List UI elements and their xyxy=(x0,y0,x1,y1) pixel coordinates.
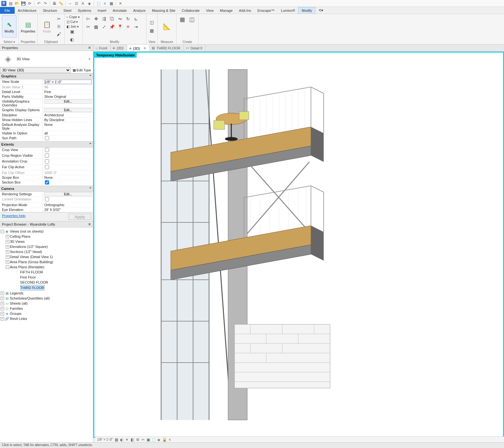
vcb-prev-icon[interactable]: < xyxy=(169,437,171,442)
properties-close-icon[interactable]: ✕ xyxy=(88,46,91,50)
menu-addins[interactable]: Add-Ins xyxy=(236,7,254,14)
app-logo[interactable]: R xyxy=(1,1,6,6)
prop-value[interactable]: None xyxy=(44,123,53,126)
vcb-constraint-icon[interactable]: 🔒 xyxy=(162,437,167,442)
qat-measure-icon[interactable]: 📏 xyxy=(59,1,63,6)
properties-help-link[interactable]: Properties help xyxy=(2,214,25,220)
qat-switch-icon[interactable]: ▦ xyxy=(109,1,113,6)
tree-node[interactable]: + 🔗 Revit Links xyxy=(1,316,92,321)
prop-checkbox[interactable] xyxy=(45,148,49,152)
matchtype-icon[interactable]: 🖌 xyxy=(55,31,62,38)
menu-manage[interactable]: Manage xyxy=(217,7,236,14)
prop-value[interactable]: 1/8" = 1'-0" xyxy=(44,80,92,84)
menu-systems[interactable]: Systems xyxy=(75,7,94,14)
unpin-icon[interactable]: 📍 xyxy=(117,23,124,30)
tree-toggle-icon[interactable]: + xyxy=(6,250,9,254)
prop-edit-button[interactable]: Edit... xyxy=(44,108,92,112)
qat-print-icon[interactable]: 🖶 xyxy=(52,1,57,6)
join-button[interactable]: ◧Join ▾ xyxy=(67,25,81,28)
menu-massing[interactable]: Massing & Site xyxy=(149,7,178,14)
menu-enscape[interactable]: Enscape™ xyxy=(254,7,278,14)
prop-group-header[interactable]: Graphics⌃ xyxy=(0,73,93,79)
scale-icon[interactable]: ⤢ xyxy=(101,23,108,30)
prop-edit-button[interactable]: Edit... xyxy=(44,192,92,196)
vcb-style-icon[interactable]: ◐ xyxy=(120,437,123,442)
mirror-icon[interactable]: ⇋ xyxy=(117,15,124,22)
prop-checkbox[interactable] xyxy=(45,165,49,169)
qat-sync-icon[interactable]: ⟳ xyxy=(27,1,32,6)
vcb-reveal-icon[interactable]: ◈ xyxy=(157,437,160,442)
tree-node[interactable]: + Sections (1/2" Head) xyxy=(1,249,92,254)
tree-node[interactable]: + ◫ Families xyxy=(1,306,92,311)
trim-icon[interactable]: ⊾ xyxy=(133,15,140,22)
view-tab[interactable]: ▭Detail 0 xyxy=(184,45,206,51)
menu-collaborate[interactable]: Collaborate xyxy=(178,7,203,14)
vcb-shadow-icon[interactable]: ◧ xyxy=(131,437,134,442)
align-icon[interactable]: ⊨ xyxy=(85,15,92,22)
menu-view[interactable]: View xyxy=(203,7,217,14)
instance-select[interactable]: 3D View: {3D} xyxy=(0,67,71,73)
menu-file[interactable]: File xyxy=(0,7,15,14)
view-tab[interactable]: ⌂Front xyxy=(93,45,111,51)
cope-button[interactable]: ⌐Cope ▾ xyxy=(67,15,81,19)
tree-toggle-icon[interactable]: − xyxy=(6,265,9,269)
properties-button[interactable]: ▤ Properties xyxy=(21,15,35,38)
override-icon[interactable]: ▦ xyxy=(148,27,155,34)
copy-icon[interactable]: ⎘ xyxy=(55,23,62,30)
tree-node[interactable]: SECOND FLOOR xyxy=(1,280,92,285)
qat-save-icon[interactable]: 💾 xyxy=(21,1,25,6)
prop-checkbox[interactable] xyxy=(45,154,49,158)
prop-value[interactable]: None xyxy=(44,176,53,179)
prop-edit-button[interactable]: Edit... xyxy=(44,99,92,104)
edit-type-button[interactable]: ▦Edit Type xyxy=(71,68,93,73)
tree-node[interactable]: + ▤ Schedules/Quantities (all) xyxy=(1,296,92,301)
view-tab[interactable]: ◈{3D}✕ xyxy=(127,45,150,51)
array-icon[interactable]: ▦ xyxy=(93,23,100,30)
tree-toggle-icon[interactable]: + xyxy=(1,292,4,295)
qat-align-icon[interactable]: ⊡ xyxy=(74,1,79,6)
menu-architecture[interactable]: Architecture xyxy=(15,7,40,14)
qat-dimension-icon[interactable]: ↔ xyxy=(68,1,72,6)
tree-toggle-icon[interactable]: + xyxy=(1,312,4,315)
extend-icon[interactable]: ⇥ xyxy=(133,23,140,30)
prop-value[interactable]: 28' 9 3/32" xyxy=(44,208,61,212)
menu-structure[interactable]: Structure xyxy=(40,7,60,14)
tree-toggle-icon[interactable]: + xyxy=(6,260,9,264)
tree-node[interactable]: − ◉ Views (not on sheets) xyxy=(1,229,92,234)
qat-text-icon[interactable]: A xyxy=(81,1,85,6)
prop-value[interactable]: Architectural xyxy=(44,113,64,117)
tree-node[interactable]: THIRD FLOOR xyxy=(1,285,92,291)
split-face-icon[interactable]: ◐ xyxy=(68,36,76,43)
vcb-crop-icon[interactable]: ✂ xyxy=(141,437,145,442)
menu-lumion[interactable]: Lumion® xyxy=(278,7,298,14)
qat-closehidden-icon[interactable]: ✕ xyxy=(118,1,123,6)
copy-mod-icon[interactable]: ⿻ xyxy=(109,15,116,22)
tree-toggle-icon[interactable]: + xyxy=(1,317,4,321)
tree-node[interactable]: + ◈ Groups xyxy=(1,311,92,316)
prop-group-header[interactable]: Extents⌃ xyxy=(0,141,93,148)
tree-toggle-icon[interactable]: + xyxy=(1,307,4,310)
wall-opening-icon[interactable]: ▣ xyxy=(68,28,76,35)
cut-icon[interactable]: ✂ xyxy=(55,15,62,22)
tree-node[interactable]: + Ceiling Plans xyxy=(1,234,92,239)
measure-button[interactable]: 📐 xyxy=(160,15,174,38)
view-tab[interactable]: ▦THIRD FLOOR xyxy=(150,45,184,51)
tree-toggle-icon[interactable]: + xyxy=(6,240,9,243)
vcb-isolate-icon[interactable]: ⬚ xyxy=(152,437,155,442)
vcb-detail-icon[interactable]: ▦ xyxy=(115,437,118,442)
delete-icon[interactable]: ✕ xyxy=(125,23,132,30)
qat-redo-icon[interactable]: ↷ xyxy=(43,1,47,6)
view-tab-close-icon[interactable]: ✕ xyxy=(143,46,146,50)
offset-icon[interactable]: ⇶ xyxy=(101,15,108,22)
prop-checkbox[interactable] xyxy=(45,136,49,140)
paste-button[interactable]: 📋 Paste xyxy=(40,15,54,38)
properties-type-selector[interactable]: ◈ 3D View ▾ xyxy=(0,51,93,67)
prop-checkbox[interactable] xyxy=(45,180,49,184)
qat-thinline-icon[interactable]: ≡ xyxy=(103,1,107,6)
tree-toggle-icon[interactable]: + xyxy=(1,297,4,300)
apply-button[interactable]: Apply xyxy=(68,214,91,220)
prop-group-header[interactable]: Camera⌃ xyxy=(0,186,93,192)
qat-undo-icon[interactable]: ↶ xyxy=(37,1,41,6)
split-icon[interactable]: ✂ xyxy=(85,23,92,30)
tree-node[interactable]: − Area Plans (Rentable) xyxy=(1,264,92,270)
